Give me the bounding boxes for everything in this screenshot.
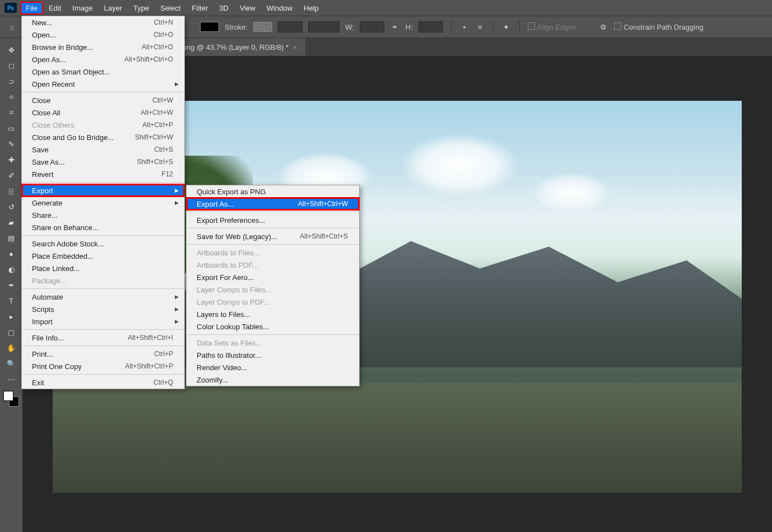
fill-swatch[interactable]: [200, 22, 219, 32]
export-menu-item-quick-export-as-png[interactable]: Quick Export as PNG: [187, 185, 359, 198]
menubar: Ps FileEditImageLayerTypeSelectFilter3DV…: [0, 0, 772, 16]
home-icon[interactable]: ⌂: [7, 22, 17, 32]
file-menu-item-browse-in-bridge[interactable]: Browse in Bridge...Alt+Ctrl+O: [22, 41, 184, 53]
export-menu-item-save-for-web-legacy[interactable]: Save for Web (Legacy)...Alt+Shift+Ctrl+S: [187, 230, 359, 242]
app-icon: Ps: [4, 3, 17, 13]
file-menu-item-close-all[interactable]: Close AllAlt+Ctrl+W: [22, 106, 184, 119]
menu-layer[interactable]: Layer: [99, 2, 128, 15]
file-menu-item-print[interactable]: Print...Ctrl+P: [22, 348, 184, 360]
export-menu-item-layer-comps-to-pdf: Layer Comps to PDF...: [187, 296, 359, 308]
export-menu-item-export-for-aero[interactable]: Export For Aero...: [187, 271, 359, 283]
file-menu-item-search-adobe-stock[interactable]: Search Adobe Stock...: [22, 237, 184, 250]
file-menu-dropdown: New...Ctrl+NOpen...Ctrl+OBrowse in Bridg…: [21, 16, 185, 389]
file-menu-item-open[interactable]: Open...Ctrl+O: [22, 29, 184, 41]
tool-brush[interactable]: ✐: [2, 168, 20, 183]
tool-eraser[interactable]: ▰: [2, 215, 20, 230]
tool-crop[interactable]: ⌗: [2, 105, 20, 120]
tool-rectangle[interactable]: ▢: [2, 325, 20, 339]
tool-eyedropper[interactable]: ✎: [2, 137, 20, 151]
file-menu-item-automate[interactable]: Automate: [22, 291, 184, 303]
menu-edit[interactable]: Edit: [43, 2, 67, 15]
stroke-label: Stroke:: [225, 23, 248, 31]
stroke-swatch[interactable]: [253, 22, 272, 32]
file-menu-item-open-recent[interactable]: Open Recent: [22, 78, 184, 90]
file-menu-item-export[interactable]: Export: [22, 184, 184, 197]
menu-filter[interactable]: Filter: [186, 2, 213, 15]
tool-clone[interactable]: ⌹: [2, 184, 20, 198]
width-label: W:: [345, 23, 354, 31]
tool-zoom[interactable]: 🔍: [2, 356, 20, 371]
align-icon[interactable]: ▪: [459, 22, 469, 32]
gear-icon[interactable]: ⚙: [598, 22, 608, 32]
export-menu-item-artboards-to-pdf: Artboards to PDF...: [187, 259, 359, 271]
file-menu-item-exit[interactable]: ExitCtrl+Q: [22, 376, 184, 389]
tool-lasso[interactable]: ⊃: [2, 74, 20, 88]
file-menu-item-save-as[interactable]: Save As...Shift+Ctrl+S: [22, 156, 184, 168]
export-menu-item-layer-comps-to-files: Layer Comps to Files...: [187, 283, 359, 296]
file-menu-item-file-info[interactable]: File Info...Alt+Shift+Ctrl+I: [22, 332, 184, 344]
export-menu-item-layers-to-files[interactable]: Layers to Files...: [187, 308, 359, 320]
file-menu-item-print-one-copy[interactable]: Print One CopyAlt+Shift+Ctrl+P: [22, 360, 184, 372]
color-swatches[interactable]: [3, 391, 19, 407]
menu-help[interactable]: Help: [298, 2, 324, 15]
menu-file[interactable]: File: [20, 2, 43, 15]
file-menu-item-generate[interactable]: Generate: [22, 197, 184, 209]
export-menu-item-export-preferences[interactable]: Export Preferences...: [187, 214, 359, 226]
stroke-style-input[interactable]: [308, 21, 340, 32]
tool-dodge[interactable]: ◐: [2, 262, 20, 277]
export-menu-item-color-lookup-tables[interactable]: Color Lookup Tables...: [187, 320, 359, 333]
file-menu-item-new[interactable]: New...Ctrl+N: [22, 16, 184, 29]
tool-blur[interactable]: ●: [2, 246, 20, 261]
file-menu-item-close-others: Close OthersAlt+Ctrl+P: [22, 119, 184, 131]
file-menu-item-revert[interactable]: RevertF12: [22, 168, 184, 180]
menu-select[interactable]: Select: [155, 2, 186, 15]
export-menu-item-render-video[interactable]: Render Video...: [187, 361, 359, 374]
file-menu-item-close-and-go-to-bridge[interactable]: Close and Go to Bridge...Shift+Ctrl+W: [22, 131, 184, 143]
tool-quick-select[interactable]: ✧: [2, 90, 20, 104]
menu-image[interactable]: Image: [67, 2, 98, 15]
tool-hand[interactable]: ✋: [2, 340, 20, 355]
export-menu-item-zoomify[interactable]: Zoomify...: [187, 374, 359, 386]
file-menu-item-place-linked[interactable]: Place Linked...: [22, 262, 184, 274]
constrain-checkbox[interactable]: Constrain Path Dragging: [614, 22, 703, 31]
file-menu-item-scripts[interactable]: Scripts: [22, 303, 184, 315]
height-input[interactable]: [418, 21, 443, 32]
tool-marquee[interactable]: ◻: [2, 58, 20, 73]
file-menu-item-share-on-behance[interactable]: Share on Behance...: [22, 221, 184, 234]
file-menu-item-share[interactable]: Share...: [22, 209, 184, 221]
menu-type[interactable]: Type: [128, 2, 155, 15]
file-menu-item-package: Package...: [22, 274, 184, 287]
file-menu-item-open-as[interactable]: Open As...Alt+Shift+Ctrl+O: [22, 53, 184, 66]
file-menu-item-import[interactable]: Import: [22, 315, 184, 328]
export-menu-item-artboards-to-files: Artboards to Files...: [187, 246, 359, 259]
tool-history-brush[interactable]: ↺: [2, 199, 20, 214]
height-label: H:: [406, 23, 413, 31]
menu-window[interactable]: Window: [261, 2, 298, 15]
close-tab-icon[interactable]: ×: [293, 43, 297, 52]
arrange-icon[interactable]: ≡: [475, 22, 485, 32]
tools-panel: ✥◻⊃✧⌗▭✎✚✐⌹↺▰▤●◐✒T▸▢✋🔍⋯: [0, 38, 22, 532]
tool-gradient[interactable]: ▤: [2, 231, 20, 245]
export-submenu-dropdown: Quick Export as PNGExport As...Alt+Shift…: [186, 185, 360, 386]
export-menu-item-data-sets-as-files: Data Sets as Files...: [187, 337, 359, 349]
export-menu-item-export-as[interactable]: Export As...Alt+Shift+Ctrl+W: [187, 198, 359, 210]
pathops-icon[interactable]: ✦: [501, 22, 511, 32]
tool-healing[interactable]: ✚: [2, 152, 20, 167]
stroke-width-input[interactable]: [278, 21, 303, 32]
tool-pen[interactable]: ✒: [2, 278, 20, 292]
export-menu-item-paths-to-illustrator[interactable]: Paths to Illustrator...: [187, 349, 359, 361]
link-icon[interactable]: ⚭: [390, 22, 400, 32]
menu-view[interactable]: View: [234, 2, 261, 15]
menu-3d[interactable]: 3D: [213, 2, 234, 15]
tool-frame[interactable]: ▭: [2, 121, 20, 136]
tool-move[interactable]: ✥: [2, 43, 20, 57]
file-menu-item-open-as-smart-object[interactable]: Open as Smart Object...: [22, 66, 184, 78]
tool-more[interactable]: ⋯: [2, 372, 20, 386]
tool-path-select[interactable]: ▸: [2, 309, 20, 324]
tool-type[interactable]: T: [2, 293, 20, 308]
file-menu-item-place-embedded[interactable]: Place Embedded...: [22, 250, 184, 262]
file-menu-item-save[interactable]: SaveCtrl+S: [22, 143, 184, 156]
file-menu-item-close[interactable]: CloseCtrl+W: [22, 94, 184, 106]
align-edges-checkbox[interactable]: Align Edges: [528, 22, 576, 31]
width-input[interactable]: [360, 21, 384, 32]
